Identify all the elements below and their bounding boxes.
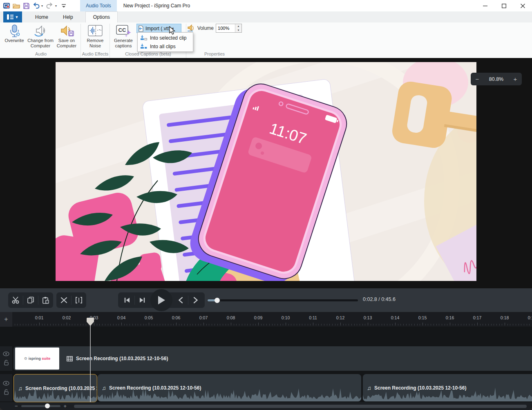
ruler-tick-label: 0:14 [391,315,399,320]
remove-noise-button[interactable]: Remove Noise [83,23,107,51]
app-menu-caret: ▼ [15,15,19,19]
cc-sparkle-icon: CC [115,23,132,38]
ruler-tick-label: 0:13 [364,315,372,320]
close-button[interactable] [513,0,532,11]
video-clip[interactable]: ⚙ ispring suite Screen Recording (10.03.… [13,346,532,371]
change-from-computer-button[interactable]: Change from Computer [26,23,55,51]
timeline-zoom-slider[interactable] [21,405,60,407]
contextual-tab-audio-tools[interactable]: Audio Tools [80,0,117,11]
add-track-button[interactable]: + [0,312,12,327]
save-button[interactable] [22,2,30,10]
redo-dropdown-caret[interactable]: ▾ [54,4,58,8]
eye-icon[interactable] [3,352,9,356]
open-project-button[interactable] [12,2,20,10]
volume-icon [187,25,195,32]
redo-button[interactable] [46,2,54,10]
playback-bar: 0:02.8 / 0:45.6 [0,288,532,312]
transport-group [118,292,205,308]
into-selected-clip-label: Into selected clip [150,35,186,41]
overwrite-button[interactable]: Overwrite [2,23,26,51]
delete-button[interactable] [56,292,71,308]
video-thumbnail: ⚙ ispring suite [15,348,59,370]
video-preview-canvas: 11:07 [56,62,476,281]
timeline-zoom-control: − + [15,403,67,409]
generate-captions-label: Generate captions [112,38,135,49]
timeline-ruler[interactable]: 0:010:020:030:040:050:060:070:080:090:10… [0,312,532,327]
music-note-icon: ♫ [102,385,106,391]
zoom-in-button[interactable]: + [509,76,522,82]
timeline-zoom-thumb[interactable] [45,403,50,408]
video-clip-label: Screen Recording (10.03.2025 12-10-56) [76,356,168,361]
skip-to-end-button[interactable] [135,292,150,308]
tab-options[interactable]: Options [85,11,118,22]
cut-button[interactable] [8,292,23,308]
audio-clip-2[interactable]: ♫ Screen Recording (10.03.2025 12-10-56) [98,374,361,401]
unlock-icon[interactable] [4,389,9,395]
paste-button[interactable] [38,292,53,308]
split-button[interactable] [72,292,86,308]
previous-frame-button[interactable] [173,292,188,308]
volume-down-button[interactable]: ▼ [235,28,241,32]
audio-clip-1[interactable]: ♫ Screen Recording (10.03.2025 12-10-56) [13,374,97,402]
audio-clip-3-label: Screen Recording (10.03.2025 12-10-56) [374,385,466,391]
volume-spinbox: ▲ ▼ [216,24,242,33]
customize-toolbar-button[interactable] [60,2,68,10]
menu-item-into-all-clips[interactable]: Into all clips [138,42,193,51]
timeline-bottom-bar: − + [0,402,532,410]
ruler-tick-label: 0:16 [446,315,454,320]
preview-area: 11:07 [0,58,532,288]
ruler-tick-label: 0:12 [336,315,344,320]
audio-clip-3[interactable]: ♫ Screen Recording (10.03.2025 12-10-56) [363,374,532,401]
ruler-tick-label: 0:08 [227,315,235,320]
copy-button[interactable] [23,292,38,308]
play-button[interactable] [150,289,172,311]
delete-split-group [56,292,86,308]
import-vtt-menu: Into selected clip Into all clips [137,32,193,52]
ruler-tick-label: 0:17 [473,315,481,320]
skip-to-start-button[interactable] [120,292,134,308]
volume-input[interactable] [216,24,235,32]
into-all-clips-label: Into all clips [150,44,176,49]
app-logo-icon [2,2,11,10]
undo-button[interactable] [32,2,40,10]
ruler-tick-label: 0:10 [282,315,290,320]
tab-home[interactable]: Home [28,11,56,22]
ruler-tick-label: 0:15 [418,315,427,320]
eye-icon[interactable] [3,381,9,385]
import-caret-icon: ▾ [172,27,174,30]
timeline-tracks: ⚙ ispring suite Screen Recording (10.03.… [0,327,532,402]
volume-row: Volume ▲ ▼ [187,24,242,33]
ruler-tick-label: 0:07 [199,315,208,320]
edit-tools-group [8,292,53,308]
svg-text:CC: CC [118,27,126,33]
zoom-value: 80.8% [484,76,509,82]
undo-dropdown-caret[interactable]: ▾ [40,4,44,8]
volume-up-button[interactable]: ▲ [235,24,241,28]
timeline-scrollbar[interactable] [74,405,527,408]
menu-item-into-selected-clip[interactable]: Into selected clip [138,33,193,42]
app-menu-button[interactable]: ▼ [3,11,22,22]
ruler-tick-label: 0:19 [528,315,532,320]
group-label-audio-effects: Audio Effects [81,51,110,57]
seek-slider[interactable] [208,299,358,301]
gear-icon: ⚙ [24,357,27,361]
save-on-computer-button[interactable]: Save on Computer [55,23,78,51]
next-frame-button[interactable] [188,292,203,308]
film-icon [67,356,73,361]
unlock-icon[interactable] [4,360,9,365]
zoom-out-button[interactable]: − [471,76,484,82]
timeline-zoom-out-button[interactable]: − [15,403,18,409]
import-file-icon [138,25,144,32]
tab-help[interactable]: Help [56,11,80,22]
music-note-icon: ♫ [367,385,371,391]
audio-track-header [0,374,12,401]
minimize-button[interactable] [476,0,494,11]
ruler-tick-label: 0:01 [35,315,43,320]
playback-time: 0:02.8 / 0:45.6 [363,296,396,302]
speaker-refresh-icon [33,23,48,38]
seek-thumb[interactable] [215,298,220,303]
import-vtt-button[interactable]: Import (.vtt) ▾ [136,24,181,33]
timeline-zoom-in-button[interactable]: + [64,403,67,409]
generate-captions-button[interactable]: CC Generate captions [112,23,135,51]
maximize-button[interactable] [494,0,513,11]
